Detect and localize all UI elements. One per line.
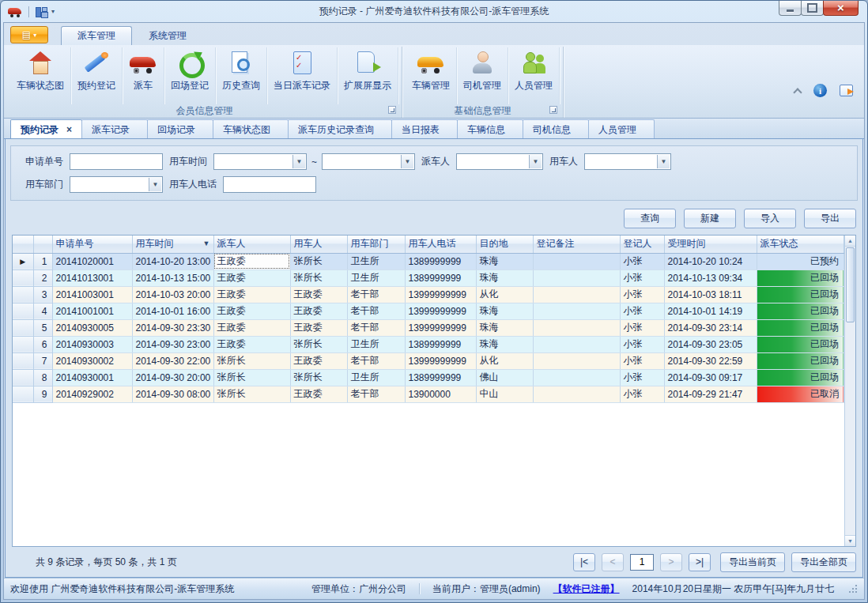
last-page-button[interactable]: >| bbox=[689, 553, 711, 571]
destination-cell[interactable]: 珠海 bbox=[476, 269, 533, 286]
document-tab[interactable]: 当日报表 bbox=[391, 119, 458, 138]
phone-cell[interactable]: 13999999999 bbox=[405, 352, 476, 369]
document-tab[interactable]: 预约记录× bbox=[10, 119, 82, 138]
order-no-cell[interactable]: 20141013001 bbox=[52, 269, 132, 286]
table-row[interactable]: 9 20140929002 2014-09-30 08:00 张所长 王政委 老… bbox=[13, 386, 844, 402]
registrar-cell[interactable]: 小张 bbox=[620, 369, 664, 386]
info-icon[interactable]: i bbox=[813, 84, 827, 97]
user-cell[interactable]: 张所长 bbox=[290, 336, 347, 352]
column-header[interactable] bbox=[13, 236, 33, 253]
column-header[interactable] bbox=[33, 236, 52, 253]
ribbon-button[interactable]: 历史查询 bbox=[216, 47, 267, 104]
order-no-cell[interactable]: 20140929002 bbox=[52, 386, 132, 402]
about-icon[interactable] bbox=[840, 85, 853, 96]
user-cell[interactable]: 王政委 bbox=[290, 386, 347, 402]
accept-time-cell[interactable]: 2014-09-30 09:17 bbox=[664, 369, 757, 386]
order-no-cell[interactable]: 20140930003 bbox=[52, 336, 132, 352]
dept-cell[interactable]: 老干部 bbox=[347, 303, 405, 319]
close-button[interactable] bbox=[823, 1, 859, 16]
dept-cell[interactable]: 老干部 bbox=[347, 352, 405, 369]
order-no-cell[interactable]: 20140930002 bbox=[52, 352, 132, 369]
destination-cell[interactable]: 从化 bbox=[476, 352, 533, 369]
use-time-cell[interactable]: 2014-09-30 20:00 bbox=[132, 369, 213, 386]
use-time-cell[interactable]: 2014-09-30 22:00 bbox=[132, 352, 213, 369]
column-header[interactable]: 登记人 bbox=[620, 236, 664, 253]
remark-cell[interactable] bbox=[533, 386, 620, 402]
dispatcher-cell[interactable]: 张所长 bbox=[213, 352, 290, 369]
order-no-cell[interactable]: 20141003001 bbox=[52, 286, 132, 303]
dialog-launcher-icon[interactable] bbox=[549, 106, 557, 114]
column-header[interactable]: 派车状态 bbox=[757, 236, 844, 253]
column-header[interactable]: 受理时间 bbox=[664, 236, 757, 253]
use-time-cell[interactable]: 2014-10-20 13:00 bbox=[132, 253, 213, 269]
document-tab[interactable]: 回场记录 bbox=[147, 119, 213, 138]
table-row[interactable]: 8 20140930001 2014-09-30 20:00 张所长 张所长 卫… bbox=[13, 369, 844, 386]
dept-cell[interactable]: 卫生所 bbox=[347, 369, 405, 386]
dialog-launcher-icon[interactable] bbox=[388, 106, 396, 114]
dept-cell[interactable]: 老干部 bbox=[347, 319, 405, 336]
phone-cell[interactable]: 13999999999 bbox=[405, 319, 476, 336]
accept-time-cell[interactable]: 2014-09-30 23:14 bbox=[664, 319, 757, 336]
ribbon-tab[interactable]: 系统管理 bbox=[132, 26, 203, 45]
table-row[interactable]: 3 20141003001 2014-10-03 20:00 王政委 王政委 老… bbox=[13, 286, 844, 303]
phone-cell[interactable]: 13999999999 bbox=[405, 303, 476, 319]
registrar-cell[interactable]: 小张 bbox=[620, 269, 664, 286]
destination-cell[interactable]: 珠海 bbox=[476, 303, 533, 319]
registrar-cell[interactable]: 小张 bbox=[620, 286, 664, 303]
destination-cell[interactable]: 珠海 bbox=[476, 253, 533, 269]
query-button[interactable]: 查询 bbox=[624, 209, 676, 228]
order-no-cell[interactable]: 20141020001 bbox=[52, 253, 132, 269]
table-row[interactable]: 5 20140930005 2014-09-30 23:30 王政委 王政委 老… bbox=[13, 319, 844, 336]
scroll-down-icon[interactable]: ▼ bbox=[845, 535, 855, 546]
accept-time-cell[interactable]: 2014-10-13 09:34 bbox=[664, 269, 757, 286]
page-number-input[interactable] bbox=[630, 554, 654, 571]
collapse-ribbon-icon[interactable] bbox=[794, 87, 801, 94]
table-row[interactable]: 2 20141013001 2014-10-13 15:00 王政委 张所长 卫… bbox=[13, 269, 844, 286]
dispatcher-cell[interactable]: 张所长 bbox=[213, 369, 290, 386]
column-header[interactable]: 用车部门 bbox=[347, 236, 405, 253]
column-header[interactable]: 用车人 bbox=[290, 236, 347, 253]
ribbon-tab[interactable]: 派车管理 bbox=[61, 26, 132, 45]
prev-page-button[interactable]: < bbox=[602, 553, 624, 571]
remark-cell[interactable] bbox=[533, 336, 620, 352]
phone-cell[interactable]: 1389999999 bbox=[405, 253, 476, 269]
order-no-cell[interactable]: 20140930005 bbox=[52, 319, 132, 336]
ribbon-button[interactable]: 司机管理 bbox=[457, 47, 508, 104]
phone-cell[interactable]: 1389999999 bbox=[405, 336, 476, 352]
accept-time-cell[interactable]: 2014-09-29 21:47 bbox=[664, 386, 757, 402]
dept-combo[interactable]: ▼ bbox=[70, 176, 163, 193]
phone-cell[interactable]: 13999999999 bbox=[405, 286, 476, 303]
table-row[interactable]: 7 20140930002 2014-09-30 22:00 张所长 王政委 老… bbox=[13, 352, 844, 369]
accept-time-cell[interactable]: 2014-10-03 18:11 bbox=[664, 286, 757, 303]
column-header[interactable]: 派车人 bbox=[213, 236, 290, 253]
user-cell[interactable]: 张所长 bbox=[290, 369, 347, 386]
order-no-cell[interactable]: 20141001001 bbox=[52, 303, 132, 319]
export-all-pages-button[interactable]: 导出全部页 bbox=[791, 552, 856, 572]
accept-time-cell[interactable]: 2014-10-20 10:24 bbox=[664, 253, 757, 269]
column-header[interactable]: 用车人电话 bbox=[405, 236, 476, 253]
dispatcher-cell[interactable]: 王政委 bbox=[213, 286, 290, 303]
order-no-cell[interactable]: 20140930001 bbox=[52, 369, 132, 386]
dept-cell[interactable]: 卫生所 bbox=[347, 253, 405, 269]
phone-input[interactable] bbox=[223, 176, 316, 193]
dept-cell[interactable]: 卫生所 bbox=[347, 336, 405, 352]
use-time-cell[interactable]: 2014-09-30 23:00 bbox=[132, 336, 213, 352]
phone-cell[interactable]: 13900000 bbox=[405, 386, 476, 402]
dept-cell[interactable]: 老干部 bbox=[347, 286, 405, 303]
vertical-scrollbar[interactable]: ▲ ▼ bbox=[844, 236, 855, 546]
order-no-input[interactable] bbox=[70, 153, 163, 170]
resize-grip[interactable] bbox=[848, 584, 858, 594]
table-row[interactable]: 6 20140930003 2014-09-30 23:00 王政委 张所长 卫… bbox=[13, 336, 844, 352]
registrar-cell[interactable]: 小张 bbox=[620, 253, 664, 269]
dept-cell[interactable]: 老干部 bbox=[347, 386, 405, 402]
user-cell[interactable]: 王政委 bbox=[290, 286, 347, 303]
chevron-down-icon[interactable]: ▾ bbox=[51, 8, 55, 15]
dept-cell[interactable]: 卫生所 bbox=[347, 269, 405, 286]
dispatcher-combo[interactable]: ▼ bbox=[456, 153, 543, 170]
accept-time-cell[interactable]: 2014-10-01 14:19 bbox=[664, 303, 757, 319]
destination-cell[interactable]: 中山 bbox=[476, 386, 533, 402]
use-time-cell[interactable]: 2014-09-30 23:30 bbox=[132, 319, 213, 336]
dispatcher-cell[interactable]: 王政委 bbox=[213, 336, 290, 352]
use-time-cell[interactable]: 2014-10-03 20:00 bbox=[132, 286, 213, 303]
close-tab-icon[interactable]: × bbox=[66, 124, 72, 135]
